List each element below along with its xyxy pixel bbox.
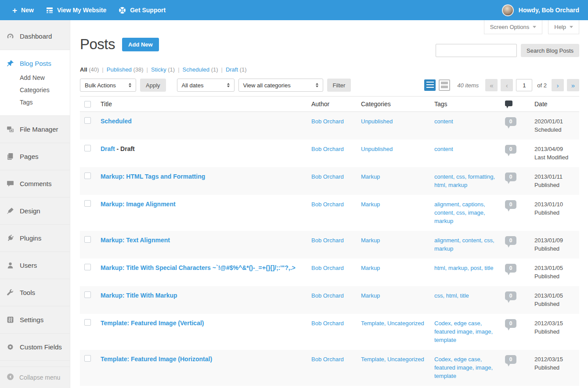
tag-link[interactable]: markup xyxy=(448,182,467,188)
sidebar-item-dashboard[interactable]: Dashboard xyxy=(0,23,70,50)
comments-column-icon[interactable] xyxy=(505,101,512,106)
apply-button[interactable]: Apply xyxy=(140,79,166,92)
category-link[interactable]: Template xyxy=(361,320,384,327)
post-title-link[interactable]: Template: Featured Image (Horizontal) xyxy=(101,356,212,363)
next-page-button[interactable]: › xyxy=(552,79,564,91)
dates-filter-select[interactable]: All dates xyxy=(177,79,234,92)
tag-link[interactable]: css xyxy=(456,209,465,216)
comment-count-bubble[interactable]: 0 xyxy=(505,117,516,126)
category-link[interactable]: Uncategorized xyxy=(387,320,424,327)
post-title-link[interactable]: Markup: Title With Special Characters ~`… xyxy=(101,264,296,271)
column-header-date[interactable]: Date xyxy=(530,97,579,112)
category-link[interactable]: Markup xyxy=(361,292,380,299)
tag-link[interactable]: captions xyxy=(462,201,483,208)
comment-count-bubble[interactable]: 0 xyxy=(505,355,516,364)
tag-link[interactable]: content xyxy=(434,118,453,125)
author-link[interactable]: Bob Orchard xyxy=(311,320,344,327)
tag-link[interactable]: edge case xyxy=(454,356,480,363)
select-all-checkbox[interactable] xyxy=(84,101,91,108)
sidebar-item-settings[interactable]: Settings xyxy=(0,306,70,333)
tag-link[interactable]: title xyxy=(460,292,469,299)
tag-link[interactable]: post xyxy=(470,265,481,271)
tag-link[interactable]: template xyxy=(434,337,456,343)
comment-count-bubble[interactable]: 0 xyxy=(505,145,516,154)
tag-link[interactable]: markup xyxy=(434,218,453,224)
add-new-button[interactable]: Add New xyxy=(122,38,159,51)
search-input[interactable] xyxy=(436,44,517,57)
post-title-link[interactable]: Markup: Title With Markup xyxy=(101,292,177,299)
sidebar-item-file-manager[interactable]: File Manager xyxy=(0,116,70,143)
sidebar-subitem-tags[interactable]: Tags xyxy=(20,96,70,108)
tag-link[interactable]: Codex xyxy=(434,356,451,363)
comment-count-bubble[interactable]: 0 xyxy=(505,200,516,209)
screen-options-button[interactable]: Screen Options xyxy=(484,20,543,34)
tag-link[interactable]: title xyxy=(484,265,493,271)
author-link[interactable]: Bob Orchard xyxy=(311,265,344,271)
tag-link[interactable]: featured image xyxy=(434,364,473,371)
category-link[interactable]: Unpublished xyxy=(361,146,393,152)
tag-link[interactable]: formatting xyxy=(468,173,494,180)
sidebar-subitem-categories[interactable]: Categories xyxy=(20,84,70,96)
tag-link[interactable]: Codex xyxy=(434,320,451,327)
row-checkbox[interactable] xyxy=(84,355,91,362)
tag-link[interactable]: css xyxy=(434,292,443,299)
category-link[interactable]: Uncategorized xyxy=(387,356,424,363)
row-checkbox[interactable] xyxy=(84,200,91,207)
first-page-button[interactable]: « xyxy=(485,79,498,91)
post-title-link[interactable]: Markup: Image Alignment xyxy=(101,201,176,208)
comment-count-bubble[interactable]: 0 xyxy=(505,236,516,245)
category-link[interactable]: Markup xyxy=(361,173,380,180)
categories-filter-select[interactable]: View all categories xyxy=(238,79,323,92)
author-link[interactable]: Bob Orchard xyxy=(311,237,344,244)
comment-count-bubble[interactable]: 0 xyxy=(505,172,516,181)
view-filter-all[interactable]: All (40) xyxy=(80,66,99,73)
bulk-actions-select[interactable]: Bulk Actions xyxy=(80,79,136,92)
post-title-link[interactable]: Template: Featured Image (Vertical) xyxy=(101,320,204,327)
post-title-link[interactable]: Markup: Text Alignment xyxy=(101,237,170,244)
sidebar-item-blog-posts[interactable]: Blog Posts xyxy=(0,50,70,72)
category-link[interactable]: Template xyxy=(361,356,384,363)
tag-link[interactable]: content xyxy=(434,146,453,152)
view-filter-published[interactable]: Published (38) xyxy=(107,66,144,73)
excerpt-view-icon[interactable] xyxy=(439,79,450,91)
filter-button[interactable]: Filter xyxy=(327,79,351,92)
view-filter-sticky[interactable]: Sticky (1) xyxy=(151,66,175,73)
comment-count-bubble[interactable]: 0 xyxy=(505,319,516,328)
post-title-link[interactable]: Draft xyxy=(101,145,115,152)
author-link[interactable]: Bob Orchard xyxy=(311,356,344,363)
row-checkbox[interactable] xyxy=(84,236,91,243)
tag-link[interactable]: css xyxy=(484,237,493,244)
tag-link[interactable]: markup xyxy=(448,265,467,271)
author-link[interactable]: Bob Orchard xyxy=(311,292,344,299)
tag-link[interactable]: html xyxy=(434,265,445,271)
sidebar-item-design[interactable]: Design xyxy=(0,198,70,224)
help-button[interactable]: Help xyxy=(548,20,579,34)
get-support-button[interactable]: Get Support xyxy=(112,0,172,20)
tag-link[interactable]: featured image xyxy=(434,328,473,335)
tag-link[interactable]: alignment xyxy=(434,201,459,208)
row-checkbox[interactable] xyxy=(84,145,91,151)
category-link[interactable]: Markup xyxy=(361,201,380,208)
new-button[interactable]: + New xyxy=(6,0,40,20)
comment-count-bubble[interactable]: 0 xyxy=(505,291,516,300)
view-my-website-button[interactable]: View My Website xyxy=(40,0,112,20)
tag-link[interactable]: image xyxy=(476,364,491,371)
view-filter-scheduled[interactable]: Scheduled (1) xyxy=(183,66,218,73)
tag-link[interactable]: edge case xyxy=(454,320,480,327)
post-title-link[interactable]: Scheduled xyxy=(101,118,132,125)
tag-link[interactable]: image xyxy=(468,209,483,216)
author-link[interactable]: Bob Orchard xyxy=(311,173,344,180)
last-page-button[interactable]: » xyxy=(567,79,579,91)
sidebar-item-custom-fields[interactable]: Custom Fields xyxy=(0,334,70,360)
current-page-input[interactable] xyxy=(516,79,532,91)
tag-link[interactable]: html xyxy=(434,182,445,188)
sidebar-subitem-add-new[interactable]: Add New xyxy=(20,72,70,84)
comment-count-bubble[interactable]: 0 xyxy=(505,264,516,273)
tag-link[interactable]: template xyxy=(434,373,456,379)
tag-link[interactable]: content xyxy=(462,237,481,244)
row-checkbox[interactable] xyxy=(84,319,91,326)
column-header-title[interactable]: Title xyxy=(96,97,307,112)
search-posts-button[interactable]: Search Blog Posts xyxy=(521,44,579,57)
sidebar-item-plugins[interactable]: Plugins xyxy=(0,225,70,251)
author-link[interactable]: Bob Orchard xyxy=(311,146,344,152)
